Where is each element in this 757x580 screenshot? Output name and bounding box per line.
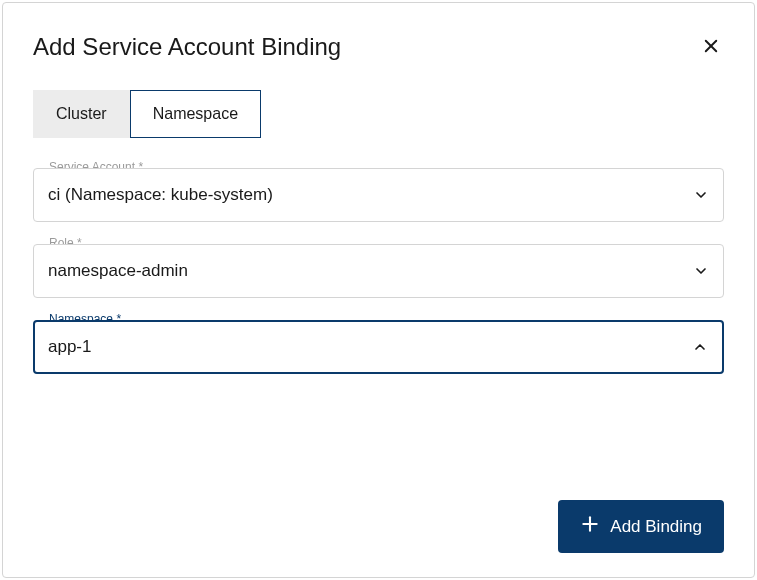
dialog-header: Add Service Account Binding [33, 33, 724, 62]
tab-cluster[interactable]: Cluster [33, 90, 130, 138]
tab-namespace[interactable]: Namespace [130, 90, 261, 138]
namespace-select[interactable]: app-1 [33, 320, 724, 374]
chevron-up-icon [692, 339, 708, 355]
dialog-title: Add Service Account Binding [33, 33, 341, 61]
role-field-group: Role * namespace-admin [33, 244, 724, 298]
namespace-value: app-1 [48, 337, 679, 357]
plus-icon [580, 514, 600, 539]
dialog-footer: Add Binding [33, 500, 724, 553]
service-account-select[interactable]: ci (Namespace: kube-system) [33, 168, 724, 222]
role-select[interactable]: namespace-admin [33, 244, 724, 298]
close-icon [702, 37, 720, 58]
close-button[interactable] [698, 33, 724, 62]
service-account-value: ci (Namespace: kube-system) [48, 185, 679, 205]
add-binding-button[interactable]: Add Binding [558, 500, 724, 553]
scope-tabs: Cluster Namespace [33, 90, 724, 138]
chevron-down-icon [693, 187, 709, 203]
chevron-down-icon [693, 263, 709, 279]
add-service-account-binding-dialog: Add Service Account Binding Cluster Name… [2, 2, 755, 578]
namespace-field-group: Namespace * app-1 [33, 320, 724, 374]
add-binding-label: Add Binding [610, 517, 702, 537]
service-account-field-group: Service Account * ci (Namespace: kube-sy… [33, 168, 724, 222]
role-value: namespace-admin [48, 261, 679, 281]
